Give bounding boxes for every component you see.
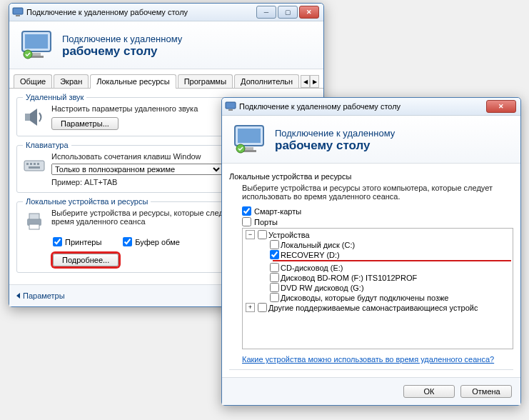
more-button[interactable]: Подробнее... <box>53 254 119 266</box>
keyboard-mode-select[interactable]: Только в полноэкранном режиме <box>51 164 223 175</box>
ok-button[interactable]: ОК <box>403 385 455 398</box>
close-button[interactable]: ✕ <box>299 6 319 19</box>
svg-rect-10 <box>26 163 29 165</box>
legend-audio: Удаленный звук <box>23 93 86 101</box>
window-title: Подключение к удаленному рабочему столу <box>26 8 256 16</box>
tab-scroll-right[interactable]: ▶ <box>310 75 319 88</box>
titlebar[interactable]: Подключение к удаленному рабочему столу … <box>9 4 323 21</box>
node-later-checkbox[interactable] <box>270 293 279 302</box>
node-recovery-checkbox[interactable] <box>270 250 279 259</box>
monitor-icon <box>232 123 266 157</box>
node-cd[interactable]: CD-дисковод (E:) <box>281 264 343 272</box>
svg-rect-11 <box>30 163 32 165</box>
node-dvd[interactable]: DVD RW дисковод (G:) <box>281 284 364 292</box>
printers-checkbox[interactable]: Принтеры <box>53 237 101 246</box>
window-title: Подключение к удаленному рабочему столу <box>239 102 486 111</box>
node-other-checkbox[interactable] <box>258 303 267 312</box>
node-bd[interactable]: Дисковод BD-ROM (F:) ITS1012PROF <box>281 274 417 282</box>
monitor-icon <box>19 29 54 63</box>
hide-options-toggle[interactable]: Параметры <box>16 291 65 300</box>
caret-left-icon <box>16 293 20 299</box>
tab-general[interactable]: Общие <box>14 74 52 88</box>
expander-plus-icon[interactable]: + <box>246 303 255 312</box>
audio-settings-button[interactable]: Параметры... <box>51 117 119 130</box>
banner: Подключение к удаленному рабочему столу <box>9 21 323 69</box>
svg-rect-14 <box>29 166 40 169</box>
svg-marker-8 <box>30 109 37 126</box>
svg-rect-16 <box>29 214 39 219</box>
node-bd-checkbox[interactable] <box>270 273 279 282</box>
node-recovery[interactable]: RECOVERY (D:) <box>281 251 340 259</box>
svg-rect-12 <box>34 163 36 165</box>
node-other[interactable]: Другие поддерживаемые самонастраивающиес… <box>268 304 478 312</box>
node-dvd-checkbox[interactable] <box>270 283 279 292</box>
close-button[interactable]: ✕ <box>486 100 516 113</box>
node-cd-checkbox[interactable] <box>270 263 279 272</box>
svg-rect-7 <box>25 114 30 121</box>
devices-tree[interactable]: − Устройства Локальный диск (C:) RECOVER… <box>242 228 513 349</box>
minimize-button[interactable]: ─ <box>256 6 276 19</box>
svg-rect-19 <box>228 109 233 111</box>
ports-checkbox[interactable]: Порты <box>242 217 513 226</box>
rdp-more-dialog: Подключение к удаленному рабочему столу … <box>221 97 521 406</box>
highlight-line <box>273 260 511 261</box>
node-localdisk-checkbox[interactable] <box>270 240 279 249</box>
tab-display[interactable]: Экран <box>54 74 89 88</box>
divider <box>229 369 513 370</box>
banner-line1: Подключение к удаленному <box>275 128 395 139</box>
svg-rect-13 <box>37 163 39 165</box>
rdp-icon <box>12 6 24 18</box>
legend-keyboard: Клавиатура <box>23 141 71 149</box>
section-title: Локальные устройства и ресурсы <box>229 172 513 181</box>
svg-rect-17 <box>29 224 39 229</box>
svg-rect-1 <box>16 15 20 16</box>
legend-devices: Локальные устройства и ресурсы <box>23 197 151 206</box>
svg-rect-22 <box>245 147 253 150</box>
node-devices-checkbox[interactable] <box>258 230 267 239</box>
banner-line2: рабочему столу <box>62 44 182 59</box>
node-later[interactable]: Дисководы, которые будут подключены позж… <box>281 294 448 302</box>
banner-line2: рабочему столу <box>275 139 395 153</box>
instruction-text: Выберите устройства и ресурсы этого комп… <box>242 184 513 201</box>
node-localdisk[interactable]: Локальный диск (C:) <box>281 241 355 249</box>
rdp-icon <box>225 101 236 112</box>
svg-rect-3 <box>25 34 48 49</box>
tab-additional[interactable]: Дополнительн <box>234 74 299 88</box>
svg-rect-18 <box>226 102 236 109</box>
keyboard-icon <box>23 154 46 176</box>
tab-scroll-left[interactable]: ◀ <box>301 75 310 88</box>
expander-minus-icon[interactable]: − <box>246 230 255 239</box>
tab-local-resources[interactable]: Локальные ресурсы <box>90 74 176 89</box>
titlebar[interactable]: Подключение к удаленному рабочему столу … <box>222 98 520 116</box>
tabbar: Общие Экран Локальные ресурсы Программы … <box>9 69 323 89</box>
node-devices[interactable]: Устройства <box>268 231 310 239</box>
svg-rect-0 <box>13 8 23 14</box>
svg-rect-21 <box>238 129 261 143</box>
banner-line1: Подключение к удаленному <box>62 34 182 44</box>
svg-rect-9 <box>24 161 44 171</box>
maximize-button[interactable]: ▢ <box>278 6 298 19</box>
svg-rect-4 <box>32 53 41 56</box>
smartcards-checkbox[interactable]: Смарт-карты <box>242 206 513 216</box>
printer-icon <box>23 210 46 233</box>
cancel-button[interactable]: Отмена <box>460 385 512 398</box>
banner: Подключение к удаленному рабочему столу <box>222 116 520 164</box>
tab-programs[interactable]: Программы <box>178 74 233 88</box>
speaker-icon <box>23 106 46 129</box>
help-link[interactable]: Какие устройства можно использовать во в… <box>242 355 494 364</box>
clipboard-checkbox[interactable]: Буфер обме <box>123 237 180 246</box>
